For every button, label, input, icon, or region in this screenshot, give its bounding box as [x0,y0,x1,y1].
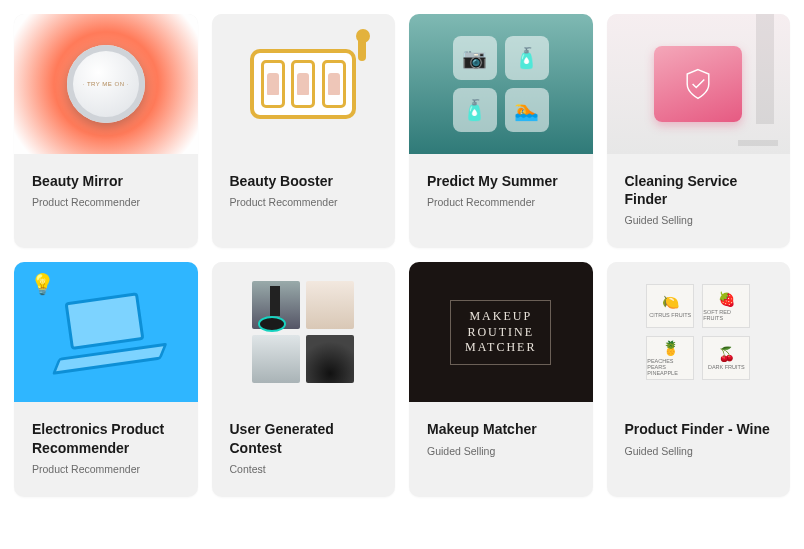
photo-grid-icon [252,281,354,383]
card-body: Predict My Summer Product Recommender [409,154,593,248]
card-product-finder-wine[interactable]: 🍋CITRUS FRUITS 🍓SOFT RED FRUITS 🍍PEACHES… [607,262,791,496]
card-body: Cleaning Service Finder Guided Selling [607,154,791,248]
card-body: User Generated Contest Contest [212,402,396,496]
card-beauty-mirror[interactable]: · TRY ME ON · Beauty Mirror Product Reco… [14,14,198,248]
card-thumbnail: 💡 [14,262,198,402]
card-category: Product Recommender [32,463,180,475]
card-thumbnail: · TRY ME ON · [14,14,198,154]
card-category: Contest [230,463,378,475]
card-predict-my-summer[interactable]: 📷 🧴 🧴 🏊 Predict My Summer Product Recomm… [409,14,593,248]
card-thumbnail [607,14,791,154]
card-body: Electronics Product Recommender Product … [14,402,198,496]
bottle-icon: 🧴 [505,36,549,80]
mirror-icon: · TRY ME ON · [67,45,145,123]
swim-icon: 🏊 [505,88,549,132]
eye-icon [258,316,286,332]
card-category: Product Recommender [32,196,180,208]
card-body: Makeup Matcher Guided Selling [409,402,593,496]
card-category: Guided Selling [625,445,773,457]
card-beauty-booster[interactable]: Beauty Booster Product Recommender [212,14,396,248]
slot-machine-icon [250,49,356,119]
card-thumbnail: MAKEUP ROUTINE MATCHER [409,262,593,402]
makeup-matcher-badge: MAKEUP ROUTINE MATCHER [450,300,551,365]
card-electronics-product-recommender[interactable]: 💡 Electronics Product Recommender Produc… [14,262,198,496]
laptop-icon [46,290,165,375]
lamp-icon: 💡 [30,272,55,296]
card-title: Cleaning Service Finder [625,172,773,208]
camera-icon: 📷 [453,36,497,80]
card-body: Product Finder - Wine Guided Selling [607,402,791,496]
shield-icon [654,46,742,122]
card-category: Guided Selling [427,445,575,457]
card-title: Electronics Product Recommender [32,420,180,456]
card-body: Beauty Booster Product Recommender [212,154,396,248]
card-title: Makeup Matcher [427,420,575,438]
card-title: Beauty Mirror [32,172,180,190]
card-category: Product Recommender [427,196,575,208]
card-makeup-matcher[interactable]: MAKEUP ROUTINE MATCHER Makeup Matcher Gu… [409,262,593,496]
card-grid: · TRY ME ON · Beauty Mirror Product Reco… [14,14,790,497]
flavor-notes-icon: 🍋CITRUS FRUITS 🍓SOFT RED FRUITS 🍍PEACHES… [646,284,750,380]
card-thumbnail: 📷 🧴 🧴 🏊 [409,14,593,154]
card-user-generated-contest[interactable]: User Generated Contest Contest [212,262,396,496]
card-title: Beauty Booster [230,172,378,190]
card-title: Predict My Summer [427,172,575,190]
card-category: Guided Selling [625,214,773,226]
card-cleaning-service-finder[interactable]: Cleaning Service Finder Guided Selling [607,14,791,248]
card-thumbnail [212,262,396,402]
card-body: Beauty Mirror Product Recommender [14,154,198,248]
card-title: User Generated Contest [230,420,378,456]
card-title: Product Finder - Wine [625,420,773,438]
lotion-icon: 🧴 [453,88,497,132]
card-thumbnail [212,14,396,154]
card-category: Product Recommender [230,196,378,208]
card-thumbnail: 🍋CITRUS FRUITS 🍓SOFT RED FRUITS 🍍PEACHES… [607,262,791,402]
